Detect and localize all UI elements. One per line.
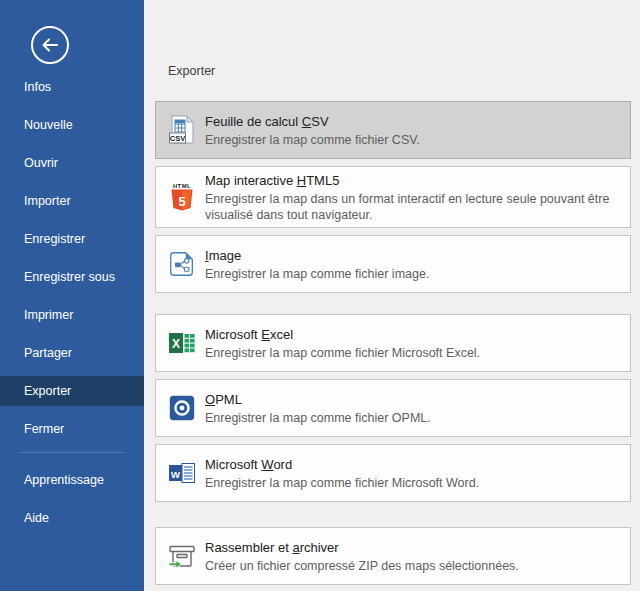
word-icon: W [166,457,198,489]
option-description: Créer un fichier compressé ZIP des maps … [205,558,527,574]
svg-text:5: 5 [178,194,185,209]
opml-icon [166,392,198,424]
sidebar-item-enregistrer-sous[interactable]: Enregistrer sous [0,262,144,292]
back-arrow-icon [39,34,61,56]
sidebar-menu: Infos Nouvelle Ouvrir Importer Enregistr… [0,72,144,541]
csv-spreadsheet-icon: CSV [166,114,198,146]
sidebar-item-label: Partager [24,346,72,360]
option-description: Enregistrer la map comme fichier Microso… [205,345,488,361]
sidebar-item-importer[interactable]: Importer [0,186,144,216]
svg-text:X: X [172,337,180,351]
option-title: Microsoft Excel [205,327,293,342]
option-description: Enregistrer la map dans un format intera… [205,191,630,224]
back-button[interactable] [31,26,69,64]
html5-icon: HTML 5 [166,181,198,213]
backstage-sidebar: Infos Nouvelle Ouvrir Importer Enregistr… [0,0,144,591]
option-description: Enregistrer la map comme fichier OPML. [205,410,439,426]
export-option-opml[interactable]: OPML Enregistrer la map comme fichier OP… [155,379,631,437]
sidebar-item-label: Enregistrer [24,232,85,246]
svg-text:CSV: CSV [170,134,185,143]
page-title: Exporter [168,64,640,78]
sidebar-item-label: Fermer [24,422,64,436]
sidebar-divider [20,452,124,453]
sidebar-item-label: Ouvrir [24,156,58,170]
sidebar-item-label: Aide [24,511,49,525]
sidebar-item-fermer[interactable]: Fermer [0,414,144,444]
option-title: Microsoft Word [205,457,292,472]
sidebar-item-label: Nouvelle [24,118,73,132]
svg-text:W: W [171,469,180,480]
export-option-image[interactable]: Image Enregistrer la map comme fichier i… [155,235,631,293]
sidebar-item-imprimer[interactable]: Imprimer [0,300,144,330]
sidebar-item-label: Enregistrer sous [24,270,115,284]
backstage-view: Infos Nouvelle Ouvrir Importer Enregistr… [0,0,640,591]
sidebar-item-aide[interactable]: Aide [0,503,144,533]
sidebar-item-apprentissage[interactable]: Apprentissage [0,465,144,495]
option-description: Enregistrer la map comme fichier image. [205,266,437,282]
option-title: OPML [205,392,242,407]
sidebar-item-label: Infos [24,80,51,94]
sidebar-item-label: Importer [24,194,71,208]
option-title: Map interactive HTML5 [205,173,339,188]
export-option-excel[interactable]: X Microsoft Excel Enregistrer la map com… [155,314,631,372]
export-option-html5[interactable]: HTML 5 Map interactive HTML5 Enregistrer… [155,166,631,228]
export-option-word[interactable]: W Microsoft Word Enregistrer la map comm… [155,444,631,502]
svg-text:HTML: HTML [173,183,191,189]
export-option-pack-and-go[interactable]: Rassembler et archiver Créer un fichier … [155,527,631,585]
sidebar-item-label: Imprimer [24,308,73,322]
sidebar-item-partager[interactable]: Partager [0,338,144,368]
sidebar-item-exporter[interactable]: Exporter [0,376,144,406]
export-panel: Exporter CSV [144,0,640,591]
option-title: Image [205,248,241,263]
option-title: Feuille de calcul CSV [205,114,329,129]
export-option-csv[interactable]: CSV Feuille de calcul CSV Enregistrer la… [155,101,631,159]
archive-icon [166,540,198,572]
sidebar-item-label: Exporter [24,384,71,398]
sidebar-item-enregistrer[interactable]: Enregistrer [0,224,144,254]
image-file-icon [166,248,198,280]
option-description: Enregistrer la map comme fichier CSV. [205,132,428,148]
option-title: Rassembler et archiver [205,540,339,555]
sidebar-item-label: Apprentissage [24,473,104,487]
excel-icon: X [166,327,198,359]
option-description: Enregistrer la map comme fichier Microso… [205,475,487,491]
export-options-list: CSV Feuille de calcul CSV Enregistrer la… [155,101,631,585]
sidebar-item-infos[interactable]: Infos [0,72,144,102]
sidebar-item-nouvelle[interactable]: Nouvelle [0,110,144,140]
sidebar-item-ouvrir[interactable]: Ouvrir [0,148,144,178]
